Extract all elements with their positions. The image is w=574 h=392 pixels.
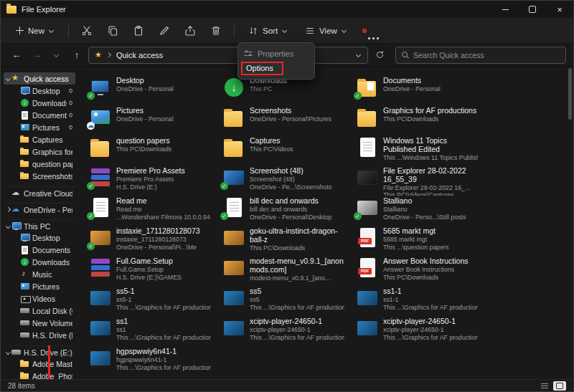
tree-chevron-icon[interactable]: [14, 360, 20, 367]
file-tile[interactable]: hgpspwwiy6n41-1 hgpspwwiy6n41-1This ...\…: [85, 346, 216, 376]
file-tile[interactable]: goku-ultra-instinct-dragon-ball-z This P…: [219, 226, 349, 256]
tree-chevron-icon[interactable]: [14, 173, 20, 179]
close-button[interactable]: ×: [546, 1, 573, 18]
cut-button[interactable]: [76, 21, 98, 40]
sidebar-item[interactable]: Music: [4, 268, 75, 280]
tree-chevron-icon[interactable]: [14, 373, 20, 379]
file-tile[interactable]: ss5 ss5This ...\Graphics for AF producti…: [219, 286, 349, 316]
sidebar-item[interactable]: Graphics for AF productions: [4, 145, 75, 158]
sidebar-item[interactable]: Local Disk (C:): [4, 305, 75, 317]
sidebar-item[interactable]: Pictures: [4, 280, 75, 292]
tree-chevron-icon[interactable]: [14, 259, 20, 265]
forward-button[interactable]: →: [28, 47, 45, 64]
file-tile[interactable]: 5685 markt mgt 5685 markt mgtThis ...\qu…: [352, 226, 483, 256]
file-tile[interactable]: xciptv-player-24650-1 xciptv-player-2465…: [219, 316, 349, 346]
file-tile[interactable]: ✓ instaxie_1711280128073 instaxie_171128…: [85, 226, 216, 256]
maximize-button[interactable]: [519, 1, 546, 18]
search-input[interactable]: [413, 51, 560, 59]
file-tile[interactable]: ✓ Read me Read me...Wondershare Filmora …: [85, 196, 216, 226]
breadcrumb-segment[interactable]: Quick access: [116, 51, 163, 59]
back-button[interactable]: ←: [8, 47, 25, 64]
sidebar-item[interactable]: Documents: [4, 109, 75, 121]
recent-locations-chevron[interactable]: [48, 47, 65, 64]
sidebar-item[interactable]: H.S. Drive (E:): [4, 345, 75, 358]
file-tile[interactable]: Downloads This PC: [219, 75, 349, 105]
file-tile[interactable]: ✓ Desktop OneDrive - Personal: [85, 75, 216, 105]
file-tile[interactable]: ss5-1 ss5-1This ...\Graphics for AF prod…: [85, 286, 216, 316]
tree-chevron-icon[interactable]: [14, 307, 20, 314]
file-tile[interactable]: question papers This PC\Downloads: [85, 135, 216, 166]
file-tile[interactable]: Graphics for AF productions This PC\Down…: [352, 105, 483, 135]
tree-chevron-icon[interactable]: [14, 112, 20, 118]
file-tile[interactable]: ss1-1 ss1-1This ...\Graphics for AF prod…: [352, 286, 483, 316]
file-tile[interactable]: modest-menu_v0.9.1_[anon mods.com] modes…: [219, 256, 349, 286]
file-tile[interactable]: ✓ bill dec and onwards bill dec and onwa…: [219, 196, 349, 226]
file-tile[interactable]: ☁ Pictures OneDrive - Personal: [85, 105, 216, 135]
sidebar-item[interactable]: OneDrive - Personal: [4, 203, 75, 215]
menu-item[interactable]: Properties: [240, 46, 313, 61]
minimize-button[interactable]: [491, 1, 519, 18]
tree-chevron-icon[interactable]: [14, 136, 20, 143]
sidebar-item[interactable]: Quick access: [4, 72, 75, 85]
copy-button[interactable]: [102, 21, 123, 40]
file-tile[interactable]: Screenshots OneDrive - Personal\Pictures: [219, 105, 349, 135]
tree-chevron-icon[interactable]: [14, 100, 20, 106]
sidebar-item[interactable]: Downloads: [4, 256, 75, 268]
tree-chevron-icon[interactable]: [5, 206, 11, 213]
menu-item[interactable]: Options: [240, 61, 313, 76]
sidebar-item[interactable]: Creative Cloud Files: [4, 186, 75, 199]
tree-chevron-icon[interactable]: [5, 190, 11, 196]
rename-button[interactable]: [154, 21, 175, 40]
sidebar-item[interactable]: question papers: [4, 158, 75, 170]
up-button[interactable]: ↑: [68, 47, 85, 64]
sidebar-item[interactable]: Desktop: [4, 85, 75, 97]
file-tile[interactable]: ss1 ss1This ...\Graphics for AF producti…: [85, 316, 216, 346]
file-tile[interactable]: Captures This PC\Videos: [219, 135, 349, 166]
tree-chevron-icon[interactable]: [14, 295, 20, 302]
file-tile[interactable]: Windows 11 Topics Published Edited This …: [352, 135, 483, 166]
sidebar-item[interactable]: Adobe Master 2021: [4, 358, 75, 370]
details-view-button[interactable]: [538, 381, 551, 391]
delete-button[interactable]: [205, 21, 227, 40]
address-dropdown-chevron[interactable]: [356, 52, 362, 58]
search-box[interactable]: [395, 47, 566, 64]
tree-chevron-icon[interactable]: [14, 283, 20, 290]
file-tile[interactable]: Full.Game.Setup Full.Game.SetupH.S. Driv…: [85, 256, 216, 286]
tree-chevron-icon[interactable]: [14, 234, 20, 241]
tree-chevron-icon[interactable]: [14, 161, 20, 167]
sidebar-item[interactable]: Videos: [4, 292, 75, 305]
sidebar-item[interactable]: Desktop: [4, 231, 75, 244]
sidebar-item[interactable]: This PC: [4, 219, 75, 231]
tree-chevron-icon[interactable]: [5, 349, 11, 355]
sidebar-item[interactable]: Documents: [4, 244, 75, 256]
vertical-scrollbar[interactable]: [568, 68, 572, 369]
sort-button[interactable]: Sort: [242, 22, 294, 39]
tree-chevron-icon[interactable]: [14, 247, 20, 253]
new-button[interactable]: New: [9, 23, 61, 39]
share-button[interactable]: [179, 21, 201, 40]
file-tile[interactable]: ✓ Premiere Pro Assets Premiere Pro Asset…: [85, 166, 216, 196]
file-tile[interactable]: ✓ Stalliano StallianoOneDrive - Perso...…: [352, 196, 483, 226]
file-tile[interactable]: Answer Book Instructions Answer Book Ins…: [352, 256, 483, 286]
file-tile[interactable]: ✓ Screenshot (48) Screenshot (48)OneDriv…: [219, 166, 349, 196]
tree-chevron-icon[interactable]: [14, 320, 20, 326]
refresh-button[interactable]: [371, 47, 388, 64]
tree-chevron-icon[interactable]: [14, 124, 20, 130]
paste-button[interactable]: [128, 21, 149, 40]
address-bar[interactable]: ★ Quick access: [88, 47, 368, 64]
file-tile[interactable]: ✓ Documents OneDrive - Personal: [352, 75, 483, 105]
sidebar-item[interactable]: Pictures: [4, 121, 75, 133]
tree-chevron-icon[interactable]: [14, 271, 20, 277]
tree-chevron-icon[interactable]: [5, 75, 11, 82]
view-button[interactable]: View: [298, 22, 354, 39]
tree-chevron-icon[interactable]: [14, 332, 20, 338]
sidebar-item[interactable]: New Volume (D:): [4, 317, 75, 329]
tree-chevron-icon[interactable]: [5, 223, 11, 229]
file-tile[interactable]: File Explorer 28-02-2022 16_55_39 File E…: [352, 166, 483, 196]
sidebar-item[interactable]: Screenshots: [4, 170, 75, 182]
tree-chevron-icon[interactable]: [14, 148, 20, 155]
large-icons-view-button[interactable]: [553, 381, 566, 391]
file-tile[interactable]: xciptv-player-24650-1 xciptv-player-2465…: [352, 316, 483, 346]
tree-chevron-icon[interactable]: [14, 87, 20, 94]
scrollbar-thumb[interactable]: [568, 68, 572, 120]
